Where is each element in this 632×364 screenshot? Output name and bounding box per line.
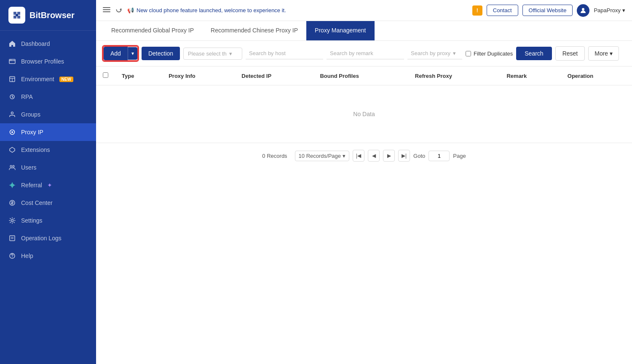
new-badge: NEW xyxy=(59,77,73,82)
contact-button[interactable]: Contact xyxy=(487,5,518,16)
detection-button[interactable]: Detection xyxy=(142,47,180,60)
prev-page-button[interactable]: ◀ xyxy=(368,150,380,162)
sidebar-item-referral[interactable]: Referral ✦ xyxy=(0,176,96,194)
announcement-icon: 📢 xyxy=(127,7,134,13)
sidebar-item-label: Groups xyxy=(21,111,40,118)
sidebar-item-environment[interactable]: Environment NEW xyxy=(0,70,96,88)
refresh-icon[interactable] xyxy=(115,6,122,15)
cost-icon xyxy=(8,199,16,207)
tab-management[interactable]: Proxy Management xyxy=(306,21,374,40)
svg-rect-22 xyxy=(103,11,110,12)
proxy-search-text: Search by proxy xyxy=(411,50,450,56)
col-refresh-proxy: Refresh Proxy xyxy=(408,66,500,85)
search-button[interactable]: Search xyxy=(516,47,552,60)
filter-duplicates-checkbox[interactable] xyxy=(466,51,471,56)
sidebar-nav: Dashboard Browser Profiles Environment N… xyxy=(0,31,96,364)
remark-search-input[interactable] xyxy=(327,48,404,59)
settings-icon xyxy=(8,217,16,224)
col-operation: Operation xyxy=(561,66,632,85)
logs-icon xyxy=(8,234,16,242)
rpa-icon xyxy=(8,93,16,101)
more-chevron-icon: ▾ xyxy=(610,50,613,57)
col-detected-ip: Detected IP xyxy=(235,66,313,85)
no-data-text: No Data xyxy=(96,85,632,143)
type-select[interactable]: Please select th ▾ xyxy=(183,48,242,60)
page-label: Page xyxy=(453,153,466,159)
reset-button[interactable]: Reset xyxy=(555,46,585,61)
page-number-input[interactable] xyxy=(428,151,450,161)
last-page-button[interactable]: ▶| xyxy=(398,150,410,162)
records-count: 0 Records xyxy=(262,153,287,159)
tab-bar: Recommended Global Proxy IP Recommended … xyxy=(96,21,632,41)
add-detection-group: Add ▾ xyxy=(103,46,138,61)
col-proxy-info: Proxy Info xyxy=(162,66,235,85)
pagination: 0 Records 10 Records/Page ▾ |◀ ◀ ▶ ▶| Go… xyxy=(96,143,632,168)
sidebar-item-rpa[interactable]: RPA xyxy=(0,88,96,106)
next-page-button[interactable]: ▶ xyxy=(383,150,395,162)
sidebar-item-label: Referral xyxy=(21,182,42,189)
menu-icon[interactable] xyxy=(103,6,110,15)
sidebar-item-dashboard[interactable]: Dashboard xyxy=(0,35,96,53)
sidebar-item-label: Operation Logs xyxy=(21,235,62,242)
sidebar-item-operation-logs[interactable]: Operation Logs xyxy=(0,229,96,247)
topbar-right: ! Contact Official Website PapaProxy ▾ xyxy=(472,4,625,17)
col-remark: Remark xyxy=(500,66,560,85)
notification-button[interactable]: ! xyxy=(472,5,482,16)
tab-chinese[interactable]: Recommended Chinese Proxy IP xyxy=(202,21,306,40)
first-page-button[interactable]: |◀ xyxy=(353,150,364,162)
referral-icon xyxy=(8,181,16,189)
toolbar: Add ▾ Detection Please select th ▾ Searc… xyxy=(96,41,632,66)
table-header-row: Type Proxy Info Detected IP Bound Profil… xyxy=(96,66,632,85)
svg-rect-21 xyxy=(103,9,110,10)
announcement-bar: 📢 New cloud phone feature launched, welc… xyxy=(127,7,467,13)
proxy-chevron-icon: ▾ xyxy=(453,50,456,56)
extensions-icon xyxy=(8,146,16,154)
sidebar-item-users[interactable]: Users xyxy=(0,159,96,176)
svg-point-3 xyxy=(10,60,11,60)
more-button[interactable]: More ▾ xyxy=(588,46,619,61)
filter-duplicates-label[interactable]: Filter Duplicates xyxy=(466,50,513,57)
sidebar-item-cost-center[interactable]: Cost Center xyxy=(0,194,96,212)
sidebar-logo: BitBrowser xyxy=(0,0,96,31)
topbar: 📢 New cloud phone feature launched, welc… xyxy=(96,0,632,21)
sidebar-item-label: Users xyxy=(21,164,37,171)
col-type: Type xyxy=(115,66,162,85)
host-search-input[interactable] xyxy=(246,48,323,59)
svg-point-23 xyxy=(582,8,584,11)
select-all-checkbox[interactable] xyxy=(103,72,108,78)
no-data-row: No Data xyxy=(96,85,632,143)
sidebar-item-groups[interactable]: Groups xyxy=(0,106,96,123)
please-select-text: Please select th xyxy=(188,50,227,57)
sidebar-item-label: Dashboard xyxy=(21,40,50,47)
proxy-icon xyxy=(8,128,16,136)
col-bound-profiles: Bound Profiles xyxy=(313,66,408,85)
user-menu[interactable]: PapaProxy ▾ xyxy=(594,7,625,13)
sidebar-item-proxy-ip[interactable]: Proxy IP xyxy=(0,123,96,141)
add-button[interactable]: Add xyxy=(104,47,128,60)
official-website-button[interactable]: Official Website xyxy=(522,5,573,16)
tab-global[interactable]: Recommended Global Proxy IP xyxy=(103,21,202,40)
svg-rect-20 xyxy=(103,7,110,8)
browser-icon xyxy=(8,58,16,65)
sidebar: BitBrowser Dashboard Browser Profiles En… xyxy=(0,0,96,364)
sidebar-item-extensions[interactable]: Extensions xyxy=(0,141,96,159)
sidebar-item-browser-profiles[interactable]: Browser Profiles xyxy=(0,53,96,70)
add-dropdown-button[interactable]: ▾ xyxy=(128,47,137,60)
sidebar-item-settings[interactable]: Settings xyxy=(0,212,96,229)
svg-marker-11 xyxy=(10,147,15,152)
sidebar-item-label: Help xyxy=(21,252,33,259)
sidebar-item-label: Proxy IP xyxy=(21,129,43,136)
records-per-page-text: 10 Records/Page xyxy=(299,153,341,159)
page-content: Recommended Global Proxy IP Recommended … xyxy=(96,21,632,364)
sidebar-item-help[interactable]: Help xyxy=(0,247,96,265)
logo-icon xyxy=(8,7,25,24)
groups-icon xyxy=(8,111,16,118)
sidebar-item-label: Cost Center xyxy=(21,199,53,206)
proxy-table: Type Proxy Info Detected IP Bound Profil… xyxy=(96,66,632,143)
svg-point-14 xyxy=(11,220,13,222)
svg-point-10 xyxy=(11,131,13,133)
environment-icon xyxy=(8,75,16,83)
proxy-search-select[interactable]: Search by proxy ▾ xyxy=(407,48,462,59)
avatar xyxy=(577,4,589,17)
records-per-page-select[interactable]: 10 Records/Page ▾ xyxy=(295,151,349,161)
